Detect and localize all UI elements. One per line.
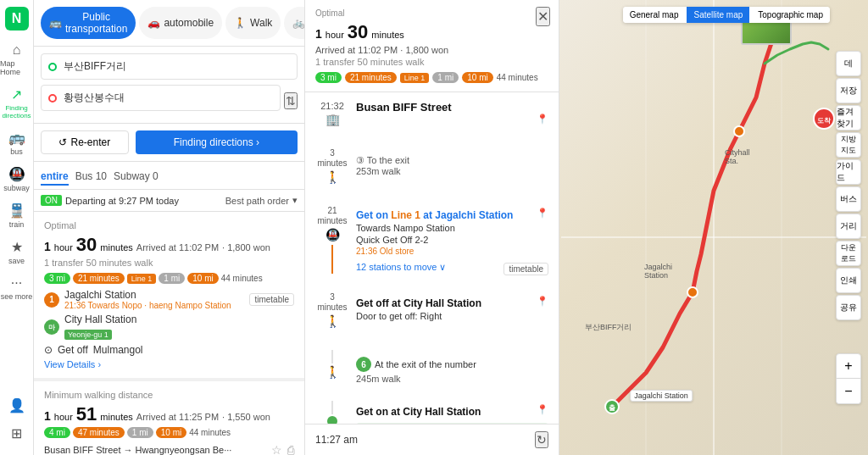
end-dot <box>48 94 57 103</box>
bookmark-icon[interactable]: ☆ <box>271 443 282 455</box>
svg-point-7 <box>734 126 744 136</box>
optimal-mins-unit: minutes <box>100 242 133 252</box>
walk-exit-icon: 🚶 <box>326 365 340 379</box>
mw-tag-1mi: 1 mi <box>127 427 153 438</box>
sidebar-item-finding-directions[interactable]: ↗ Finding directions <box>0 81 33 125</box>
reenter-button[interactable]: ↺ Re-enter <box>41 130 129 154</box>
optimal-hours-unit: hour <box>54 242 73 252</box>
tab-general-map[interactable]: General map <box>623 7 686 23</box>
tool-print[interactable]: 인쇄 <box>836 268 861 293</box>
detail-panel: Optimal 1 hour 30 minutes Arrived at 11:… <box>305 0 559 455</box>
sidebar-label-subway: subway <box>3 184 30 192</box>
map-background: 출 도착 부산BIFF거리 JagalchiStation CityhallSt… <box>559 0 868 455</box>
tab-bus10[interactable]: Bus 10 <box>75 169 107 186</box>
apps-icon: ⊞ <box>11 425 22 441</box>
sidebar-item-subway[interactable]: 🚇 subway <box>0 161 33 197</box>
tab-entire[interactable]: entire <box>41 169 69 186</box>
start-input-row[interactable]: 부산BIFF거리 <box>41 53 298 80</box>
location-pin-icon[interactable]: 📍 <box>537 114 548 125</box>
view-details-link[interactable]: View Details › <box>44 359 294 369</box>
getoff-circle: ⊙ <box>44 344 53 356</box>
map-area[interactable]: 출 도착 부산BIFF거리 JagalchiStation CityhallSt… <box>559 0 868 455</box>
getoff-station: Mulmangol <box>93 344 143 356</box>
app-logo: N <box>5 7 29 31</box>
mw-tag-47min: 47 minutes <box>73 427 125 438</box>
getonbus-pin-icon[interactable]: 📍 <box>537 404 548 415</box>
door-direction: Door to get off: Right <box>356 311 548 321</box>
line1-sub: 21:36 Towards Nopo · haeng Nampo Station <box>64 301 231 310</box>
step-line-exit-top <box>331 350 333 363</box>
step-exit-right: 6 At the exit of the number 245m walk <box>356 350 548 384</box>
tool-bus[interactable]: 버스 <box>836 186 861 212</box>
sidebar-item-bus[interactable]: 🚌 bus <box>0 125 33 161</box>
tool-de[interactable]: 데 <box>836 51 861 76</box>
detail-steps-scroll: 21:32 🏢 Busan BIFF Street 📍 3minutes 🚶 ③… <box>305 92 559 424</box>
detail-footer: 11:27 am ↻ <box>305 424 559 455</box>
min-walk-hours-unit: hour <box>54 412 73 422</box>
swap-button[interactable]: ⇅ <box>284 92 298 109</box>
exit-num-row: 6 At the exit of the number <box>356 357 548 372</box>
tab-walk-label: Walk <box>250 17 272 29</box>
step-start-title: Busan BIFF Street <box>356 101 548 114</box>
map-label-jagalchi: JagalchiStation <box>644 263 672 280</box>
subway-pin-icon[interactable]: 📍 <box>537 208 548 219</box>
tag-44min: 44 minutes <box>221 274 263 283</box>
tool-guide[interactable]: 가이드 <box>836 159 861 185</box>
optimal-mins: 30 <box>76 234 97 256</box>
getoff-pin-icon[interactable]: 📍 <box>537 296 548 307</box>
optimal-route-tags: 3 mi 21 minutes Line 1 1 mi 10 mi 44 min… <box>44 273 294 284</box>
sidebar-item-train[interactable]: 🚆 train <box>0 197 33 234</box>
start-dot <box>48 63 57 71</box>
subway-timetable-btn[interactable]: timetable <box>504 263 548 275</box>
sidebar-item-more[interactable]: ··· see more <box>0 270 33 306</box>
detail-mins-unit: minutes <box>371 30 404 40</box>
tag-3mi: 3 mi <box>44 273 70 284</box>
step-walk1: 3minutes 🚶 ③ To the exit 253m walk <box>305 140 559 197</box>
zoom-out-button[interactable]: − <box>836 379 861 404</box>
tab-walk[interactable]: 🚶 Walk <box>225 7 281 39</box>
subway-stoptime: 21:36 Old store <box>356 247 548 256</box>
tab-satellite-map[interactable]: Satellite map <box>687 7 749 23</box>
exit-text: At the exit of the number <box>375 359 476 369</box>
walk1-distance: 253m walk <box>356 166 548 176</box>
tool-save[interactable]: 저장 <box>836 78 861 103</box>
sidebar-item-save[interactable]: ★ save <box>0 234 33 270</box>
tool-distance[interactable]: 거리 <box>836 214 861 239</box>
detail-time-row: 1 hour 30 minutes <box>315 21 548 43</box>
depart-text[interactable]: Departing at 9:27 PM today <box>65 196 179 206</box>
min-walk-time-row: 1 hour 51 minutes Arrived at 11:25 PM · … <box>44 403 294 425</box>
stations-expand[interactable]: 12 stations to move ∨ <box>356 262 446 273</box>
tab-topographic-map[interactable]: Topographic map <box>751 7 830 23</box>
sidebar-item-account[interactable]: 👤 <box>0 392 33 420</box>
timetable-button[interactable]: timetable <box>249 293 294 306</box>
tool-local[interactable]: 지방지도 <box>836 132 861 158</box>
end-input[interactable]: 황령산봉수대 <box>64 91 273 105</box>
detail-header: Optimal 1 hour 30 minutes Arrived at 11:… <box>305 0 559 92</box>
best-order[interactable]: Best path order ▾ <box>225 195 298 206</box>
tool-download[interactable]: 다운로드 <box>836 241 861 266</box>
min-walk-hours: 1 <box>44 409 51 423</box>
svg-text:도착: 도착 <box>817 117 832 125</box>
refresh-button[interactable]: ↻ <box>535 431 548 448</box>
start-input[interactable]: 부산BIFF거리 <box>64 59 290 74</box>
left-sidebar: N ⌂ Map Home ↗ Finding directions 🚌 bus … <box>0 0 34 455</box>
step-getoff-left: 3minutes 🚶 <box>315 292 349 333</box>
close-button[interactable]: ✕ <box>536 7 550 26</box>
find-directions-button[interactable]: Finding directions › <box>136 130 298 154</box>
tab-subway0[interactable]: Subway 0 <box>114 169 159 186</box>
step-start-time: 21:32 <box>320 101 344 111</box>
detail-optimal-label: Optimal <box>315 8 548 18</box>
star-icon: ★ <box>11 239 23 255</box>
tool-share[interactable]: 공유 <box>836 295 861 320</box>
step-start-left: 21:32 🏢 <box>315 101 349 131</box>
tab-automobile[interactable]: 🚗 automobile <box>139 7 222 39</box>
end-input-row[interactable]: 황령산봉수대 <box>41 85 281 111</box>
sidebar-item-apps[interactable]: ⊞ <box>0 420 33 448</box>
zoom-in-button[interactable]: + <box>836 353 861 379</box>
get-on-line1-action: Get on Line 1 at Jagalchi Station <box>356 209 548 221</box>
share-icon[interactable]: ⎙ <box>287 443 294 455</box>
tool-bookmark[interactable]: 즐겨찾기 <box>836 105 861 130</box>
sidebar-item-map-home[interactable]: ⌂ Map Home <box>0 37 33 81</box>
tab-bicycle[interactable]: 🚲 bicycle <box>284 7 305 39</box>
tab-public-transport[interactable]: 🚌 Public transportation <box>41 7 136 39</box>
